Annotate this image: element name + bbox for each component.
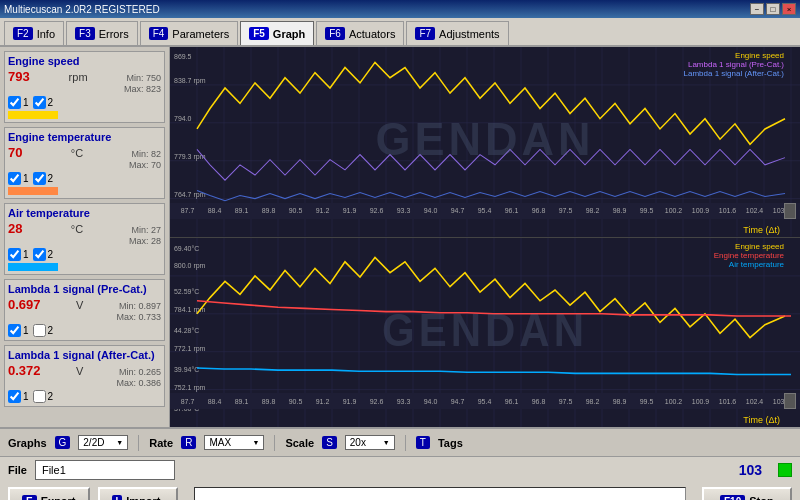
rate-dropdown[interactable]: MAX — [204, 435, 264, 450]
tab-label-graph: Graph — [273, 28, 305, 40]
tab-graph[interactable]: F5 Graph — [240, 21, 314, 45]
s-key-badge: S — [322, 436, 337, 449]
sensor-unit-etemp: °C — [71, 147, 83, 159]
sensor-max-lpre: Max: 0.733 — [8, 312, 161, 322]
rate-label: Rate — [149, 437, 173, 449]
command-input[interactable] — [194, 487, 686, 500]
checkbox-speed-2[interactable]: 2 — [33, 96, 54, 109]
g-key-badge: G — [55, 436, 71, 449]
scale-dropdown[interactable]: 20x — [345, 435, 395, 450]
svg-text:752.1 rpm: 752.1 rpm — [174, 382, 205, 391]
stop-key: F10 — [720, 495, 745, 501]
t-key-badge: T — [416, 436, 430, 449]
main-content: Engine speed 793 rpm Min: 750 Max: 823 1… — [0, 47, 800, 427]
mode-dropdown[interactable]: 2/2D — [78, 435, 128, 450]
close-button[interactable]: × — [782, 3, 796, 15]
sensor-min-etemp: Min: 82 — [131, 149, 161, 159]
file-input[interactable] — [35, 460, 175, 480]
sensor-unit-lpre: V — [76, 299, 83, 311]
sensor-max-atemp: Max: 28 — [8, 236, 161, 246]
sensor-max-speed: Max: 823 — [8, 84, 161, 94]
checkbox-speed-1[interactable]: 1 — [8, 96, 29, 109]
sensor-max-etemp: Max: 70 — [8, 160, 161, 170]
separator-2 — [274, 435, 275, 451]
checkbox-etemp-1[interactable]: 1 — [8, 172, 29, 185]
sensor-min-lpre: Min: 0.897 — [119, 301, 161, 311]
title-bar: Multiecuscan 2.0R2 REGISTERED − □ × — [0, 0, 800, 18]
r-key-badge: R — [181, 436, 196, 449]
checkbox-etemp-2[interactable]: 2 — [33, 172, 54, 185]
time-label-bottom: Time (Δt) — [743, 415, 780, 425]
legend-top: Engine speed Lambda 1 signal (Pre-Cat.) … — [684, 51, 785, 78]
status-indicator — [778, 463, 792, 477]
maximize-button[interactable]: □ — [766, 3, 780, 15]
checkbox-lpre-1[interactable]: 1 — [8, 324, 29, 337]
svg-text:GENDAN: GENDAN — [382, 304, 588, 355]
sensor-title-speed: Engine speed — [8, 55, 161, 67]
window-controls: − □ × — [750, 3, 796, 15]
sensor-value-lpost: 0.372 — [8, 363, 41, 378]
svg-text:44.28°C: 44.28°C — [174, 326, 199, 335]
minimize-button[interactable]: − — [750, 3, 764, 15]
stop-button[interactable]: F10 Stop — [702, 487, 792, 500]
checkbox-lpost-1[interactable]: 1 — [8, 390, 29, 403]
tab-key-f5: F5 — [249, 27, 269, 40]
scrollbar-bottom[interactable] — [784, 393, 796, 409]
sensor-checks-speed: 1 2 — [8, 96, 161, 109]
tab-label-actuators: Actuators — [349, 28, 395, 40]
legend-bottom-speed: Engine speed — [714, 242, 784, 251]
sensor-engine-speed: Engine speed 793 rpm Min: 750 Max: 823 1… — [4, 51, 165, 123]
scale-label: Scale — [285, 437, 314, 449]
svg-text:772.1 rpm: 772.1 rpm — [174, 343, 205, 352]
tags-label: Tags — [438, 437, 463, 449]
tab-adjustments[interactable]: F7 Adjustments — [406, 21, 508, 45]
import-button[interactable]: I Import — [98, 487, 178, 500]
export-button[interactable]: E Export — [8, 487, 90, 500]
svg-text:838.7 rpm: 838.7 rpm — [174, 77, 206, 85]
file-number: 103 — [739, 462, 762, 478]
color-bar-speed — [8, 111, 58, 119]
checkbox-atemp-2[interactable]: 2 — [33, 248, 54, 261]
import-label: Import — [126, 495, 160, 500]
scrollbar-top[interactable] — [784, 203, 796, 219]
tab-key-f2: F2 — [13, 27, 33, 40]
x-axis-top: 87.7 88.4 89.1 89.8 90.5 91.2 91.9 92.6 … — [170, 203, 800, 219]
sensor-checks-lpre: 1 2 — [8, 324, 161, 337]
svg-text:869.5: 869.5 — [174, 53, 192, 61]
tab-label-adjustments: Adjustments — [439, 28, 500, 40]
sensor-lambda-post: Lambda 1 signal (After-Cat.) 0.372 V Min… — [4, 345, 165, 407]
sensor-checks-etemp: 1 2 — [8, 172, 161, 185]
tab-errors[interactable]: F3 Errors — [66, 21, 138, 45]
left-panel: Engine speed 793 rpm Min: 750 Max: 823 1… — [0, 47, 170, 427]
tab-key-f6: F6 — [325, 27, 345, 40]
sensor-unit-lpost: V — [76, 365, 83, 377]
export-label: Export — [41, 495, 76, 500]
sensor-title-lpost: Lambda 1 signal (After-Cat.) — [8, 349, 161, 361]
sensor-unit-speed: rpm — [69, 71, 88, 83]
sensor-checks-lpost: 1 2 — [8, 390, 161, 403]
graphs-bar: Graphs G 2/2D Rate R MAX Scale S 20x T T… — [0, 429, 800, 457]
legend-lambda-pre: Lambda 1 signal (Pre-Cat.) — [684, 60, 785, 69]
sensor-title-lpre: Lambda 1 signal (Pre-Cat.) — [8, 283, 161, 295]
app-title: Multiecuscan 2.0R2 REGISTERED — [4, 4, 160, 15]
stop-label: Stop — [749, 495, 773, 500]
separator-1 — [138, 435, 139, 451]
sensor-title-etemp: Engine temperature — [8, 131, 161, 143]
checkbox-lpre-2[interactable]: 2 — [33, 324, 54, 337]
x-axis-bottom: 87.7 88.4 89.1 89.8 90.5 91.2 91.9 92.6 … — [170, 393, 800, 409]
tab-info[interactable]: F2 Info — [4, 21, 64, 45]
svg-text:GENDAN: GENDAN — [376, 113, 595, 165]
tab-key-f7: F7 — [415, 27, 435, 40]
tab-actuators[interactable]: F6 Actuators — [316, 21, 404, 45]
checkbox-lpost-2[interactable]: 2 — [33, 390, 54, 403]
tab-label-parameters: Parameters — [172, 28, 229, 40]
sensor-title-atemp: Air temperature — [8, 207, 161, 219]
sensor-checks-atemp: 1 2 — [8, 248, 161, 261]
checkbox-atemp-1[interactable]: 1 — [8, 248, 29, 261]
tab-bar: F2 Info F3 Errors F4 Parameters F5 Graph… — [0, 18, 800, 47]
tab-key-f3: F3 — [75, 27, 95, 40]
tab-parameters[interactable]: F4 Parameters — [140, 21, 239, 45]
tab-label-info: Info — [37, 28, 55, 40]
sensor-value-speed: 793 — [8, 69, 30, 84]
file-label: File — [8, 464, 27, 476]
